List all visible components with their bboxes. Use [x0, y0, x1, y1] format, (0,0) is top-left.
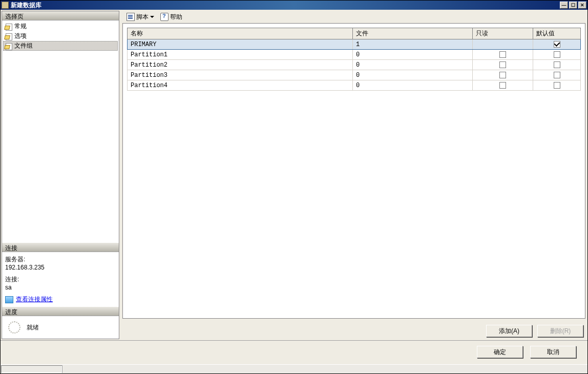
- connection-section: 服务器: 192.168.3.235 连接: sa 查看连接属性: [2, 252, 119, 307]
- spinner-icon: [8, 321, 20, 334]
- dropdown-arrow-icon: [150, 16, 154, 18]
- col-header-readonly[interactable]: 只读: [473, 28, 533, 39]
- readonly-checkbox[interactable]: [499, 51, 506, 58]
- upper-area: 选择页 常规 选项 文件组 连接: [1, 10, 587, 340]
- grid-filler: [127, 91, 581, 314]
- cell-files[interactable]: 0: [352, 80, 472, 91]
- window-controls: — ☐ ✕: [559, 2, 586, 9]
- page-icon: [5, 23, 13, 30]
- help-label: 帮助: [170, 13, 182, 22]
- cell-name[interactable]: Partition1: [128, 50, 353, 60]
- help-icon: [160, 13, 169, 21]
- nav-item-options[interactable]: 选项: [3, 31, 118, 41]
- right-pane: 脚本 帮助 名称 文件 只读: [119, 10, 587, 340]
- cell-readonly[interactable]: [473, 80, 533, 91]
- statusbar: [1, 364, 587, 373]
- cell-name[interactable]: Partition3: [128, 70, 353, 80]
- cell-name[interactable]: Partition4: [128, 80, 353, 91]
- grid-buttons: 添加(A) 删除(R): [122, 319, 585, 338]
- table-row[interactable]: Partition20: [128, 60, 581, 70]
- progress-status: 就绪: [27, 323, 39, 332]
- dialog-window: 新建数据库 — ☐ ✕ 选择页 常规 选项: [0, 0, 588, 374]
- conn-value: sa: [5, 284, 116, 291]
- view-connection-props[interactable]: 查看连接属性: [5, 295, 116, 304]
- col-header-default[interactable]: 默认值: [533, 28, 581, 39]
- cell-default[interactable]: [533, 70, 581, 80]
- nav-label-filegroups: 文件组: [14, 41, 33, 50]
- dialog-footer: 确定 取消: [1, 340, 587, 364]
- select-page-header: 选择页: [2, 11, 119, 20]
- add-button[interactable]: 添加(A): [486, 325, 532, 337]
- cell-default[interactable]: [533, 80, 581, 91]
- cell-name[interactable]: PRIMARY: [128, 39, 353, 50]
- script-label: 脚本: [136, 13, 149, 22]
- cell-files[interactable]: 1: [352, 39, 472, 50]
- nav-spacer: [2, 52, 119, 243]
- statusbar-segment: [1, 365, 62, 373]
- default-checkbox[interactable]: [554, 82, 560, 89]
- server-label: 服务器:: [5, 255, 116, 264]
- window-title: 新建数据库: [11, 1, 41, 10]
- dialog-body: 选择页 常规 选项 文件组 连接: [1, 10, 587, 364]
- connection-header: 连接: [2, 243, 119, 252]
- cell-files[interactable]: 0: [352, 70, 472, 80]
- readonly-checkbox[interactable]: [499, 82, 506, 89]
- close-button[interactable]: ✕: [578, 2, 586, 9]
- left-pane: 选择页 常规 选项 文件组 连接: [2, 11, 119, 339]
- readonly-checkbox[interactable]: [499, 72, 506, 78]
- grid-container: 名称 文件 只读 默认值 PRIMARY1Partition10Partitio…: [122, 23, 585, 319]
- cell-name[interactable]: Partition2: [128, 60, 353, 70]
- default-checkbox[interactable]: [554, 72, 560, 78]
- conn-label: 连接:: [5, 275, 116, 284]
- progress-header: 进度: [2, 307, 119, 316]
- cell-default[interactable]: [533, 50, 581, 60]
- table-row[interactable]: PRIMARY1: [128, 39, 581, 50]
- maximize-button[interactable]: ☐: [569, 2, 577, 9]
- script-icon: [127, 13, 135, 21]
- readonly-checkbox[interactable]: [499, 61, 506, 68]
- page-icon: [5, 43, 13, 50]
- cancel-button[interactable]: 取消: [530, 346, 576, 358]
- cell-readonly[interactable]: [473, 60, 533, 70]
- remove-button[interactable]: 删除(R): [537, 325, 583, 337]
- nav-label-options: 选项: [14, 32, 27, 40]
- cell-files[interactable]: 0: [352, 60, 472, 70]
- script-button[interactable]: 脚本: [124, 12, 156, 22]
- ok-button[interactable]: 确定: [477, 346, 523, 358]
- table-row[interactable]: Partition40: [128, 80, 581, 91]
- view-props-link[interactable]: 查看连接属性: [16, 295, 53, 304]
- cell-readonly[interactable]: [473, 70, 533, 80]
- cell-files[interactable]: 0: [352, 50, 472, 60]
- default-checkbox[interactable]: [554, 41, 560, 48]
- table-row[interactable]: Partition30: [128, 70, 581, 80]
- help-button[interactable]: 帮助: [158, 12, 184, 22]
- maximize-icon: ☐: [571, 3, 575, 8]
- close-icon: ✕: [580, 3, 584, 8]
- cell-readonly[interactable]: [473, 50, 533, 60]
- nav-item-filegroups[interactable]: 文件组: [3, 41, 118, 51]
- table-row[interactable]: Partition10: [128, 50, 581, 60]
- default-checkbox[interactable]: [554, 51, 560, 58]
- nav-label-general: 常规: [14, 22, 27, 31]
- nav-list: 常规 选项 文件组: [2, 20, 119, 52]
- col-header-files[interactable]: 文件: [352, 28, 472, 39]
- page-icon: [5, 33, 13, 40]
- titlebar: 新建数据库 — ☐ ✕: [1, 1, 587, 10]
- nav-item-general[interactable]: 常规: [3, 22, 118, 31]
- progress-section: 就绪: [2, 316, 119, 339]
- cell-default[interactable]: [533, 60, 581, 70]
- col-header-name[interactable]: 名称: [128, 28, 353, 39]
- app-icon: [2, 2, 9, 9]
- filegroups-table: 名称 文件 只读 默认值 PRIMARY1Partition10Partitio…: [127, 28, 581, 91]
- toolbar: 脚本 帮助: [122, 11, 585, 23]
- properties-icon: [5, 296, 13, 303]
- table-header-row: 名称 文件 只读 默认值: [128, 28, 581, 39]
- server-value: 192.168.3.235: [5, 264, 116, 271]
- minimize-icon: —: [562, 3, 566, 8]
- cell-readonly[interactable]: [473, 39, 533, 50]
- default-checkbox[interactable]: [554, 61, 560, 68]
- cell-default[interactable]: [533, 39, 581, 50]
- minimize-button[interactable]: —: [560, 2, 568, 9]
